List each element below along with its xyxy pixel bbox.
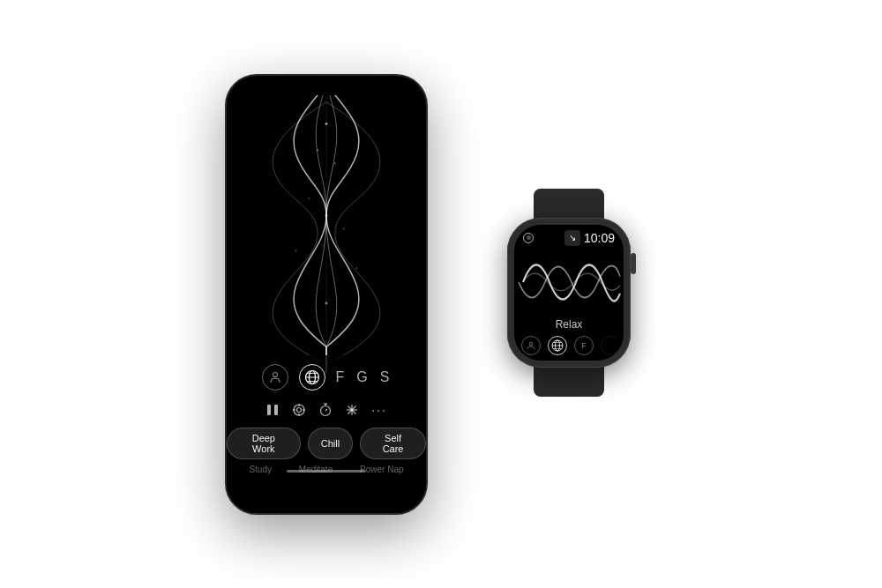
svg-point-7	[295, 249, 297, 251]
bottom-nav: Study Meditate Power Nap	[227, 465, 426, 474]
svg-point-9	[325, 301, 328, 304]
watch-body: ↘ 10:09 Relax	[507, 218, 631, 368]
iphone-side-button-right	[426, 146, 428, 190]
mode-letter-f[interactable]: F	[336, 369, 347, 385]
self-care-tag[interactable]: Self Care	[360, 428, 426, 459]
iphone-notch	[291, 76, 362, 95]
apple-watch-device: ↘ 10:09 Relax	[481, 189, 657, 400]
svg-rect-16	[267, 405, 271, 415]
watch-time: 10:09	[584, 231, 615, 245]
mode-icons-row: F G S	[262, 361, 392, 394]
nav-power-nap[interactable]: Power Nap	[360, 465, 403, 474]
svg-point-2	[317, 149, 318, 151]
mode-letter-g[interactable]: G	[356, 369, 369, 385]
nav-study[interactable]: Study	[249, 465, 272, 474]
svg-point-19	[297, 407, 302, 412]
watch-activity-ring	[523, 233, 534, 243]
svg-point-32	[529, 342, 533, 346]
watch-arrow-button[interactable]: ↘	[564, 230, 580, 246]
svg-line-26	[325, 409, 327, 411]
location-button[interactable]	[292, 403, 306, 417]
deep-work-tag[interactable]: Deep Work	[227, 428, 301, 459]
watch-icons-row: F	[514, 332, 624, 361]
chill-tag[interactable]: Chill	[308, 428, 353, 459]
watch-crown[interactable]	[631, 253, 636, 274]
watch-status-bar: ↘ 10:09	[514, 225, 624, 248]
svg-point-8	[355, 267, 357, 269]
wave-visualization	[227, 76, 426, 373]
watch-relax-label: Relax	[514, 316, 624, 332]
scene: F G S	[225, 74, 657, 515]
spark-button[interactable]	[345, 403, 359, 417]
pause-button[interactable]	[265, 403, 280, 417]
control-bar: ···	[265, 399, 387, 421]
home-indicator	[287, 470, 366, 473]
watch-icon-f[interactable]: F	[574, 336, 594, 355]
watch-icon-person[interactable]	[521, 336, 541, 355]
svg-point-4	[325, 214, 328, 217]
watch-wave-area	[514, 248, 624, 316]
svg-point-10	[273, 372, 277, 376]
tag-row: Deep Work Chill Self Care	[227, 428, 426, 459]
watch-status-right: ↘ 10:09	[564, 230, 615, 246]
watch-screen: ↘ 10:09 Relax	[514, 225, 624, 361]
svg-point-5	[308, 197, 310, 198]
watch-icon-grid[interactable]	[548, 336, 567, 355]
svg-point-6	[343, 227, 345, 229]
mode-letter-s[interactable]: S	[380, 369, 392, 385]
svg-point-1	[325, 123, 328, 125]
iphone-device: F G S	[225, 74, 428, 515]
more-button[interactable]: ···	[371, 403, 387, 417]
mode-icon-grid[interactable]	[299, 364, 325, 391]
svg-point-3	[334, 162, 336, 164]
watch-band-top	[534, 189, 604, 220]
svg-rect-17	[274, 405, 278, 415]
watch-band-bottom	[534, 366, 604, 397]
iphone-bottom-controls: F G S	[227, 355, 426, 513]
mode-icon-person[interactable]	[262, 364, 288, 391]
timer-button[interactable]	[318, 403, 333, 417]
iphone-screen: F G S	[227, 76, 426, 513]
